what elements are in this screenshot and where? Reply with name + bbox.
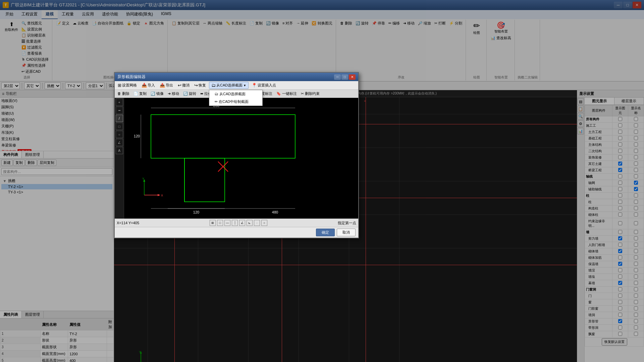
modal-btn-export[interactable]: 📤 导出 bbox=[158, 82, 175, 88]
svg-marker-21 bbox=[158, 194, 160, 196]
modal-btn-set-grid[interactable]: ⊞ 设置网格 bbox=[116, 82, 139, 88]
modal-tbtn-del-constraint[interactable]: ✂ 删除约束 bbox=[300, 90, 321, 97]
svg-text:120: 120 bbox=[134, 134, 140, 138]
modal-tbtn-rotate[interactable]: 🔃 旋转 bbox=[182, 90, 198, 97]
modal-footer: 确定 取消 bbox=[115, 227, 358, 238]
modal-tbtn-move[interactable]: ➜ 移动 bbox=[166, 90, 180, 97]
modal-tbtn-copy[interactable]: 📄 复制 bbox=[132, 90, 148, 97]
svg-rect-7 bbox=[184, 158, 225, 202]
modal-close-button[interactable]: ✕ bbox=[349, 74, 356, 80]
dropdown-menu: 🗂 从CAD选择截面 ✏ 在CAD中绘制截面 bbox=[209, 90, 263, 106]
modal-canvas[interactable]: + ━ / □ ○ ∠ A bbox=[115, 98, 358, 219]
modal-btn-redo[interactable]: ↪ 恢复 bbox=[193, 82, 208, 88]
modal-ribbon: ⊞ 设置网格 📥 导入 📤 导出 ↩ 撤消 ↪ 恢复 🗂 从CAD选择截面 ▼ … bbox=[115, 81, 358, 90]
dropdown-item-cad-select[interactable]: 🗂 从CAD选择截面 bbox=[209, 90, 262, 98]
modal-btn-import[interactable]: 📥 导入 bbox=[140, 82, 157, 88]
modal-min-button[interactable]: ─ bbox=[334, 74, 341, 80]
modal-coord-display: X=114 Y=405 bbox=[117, 221, 139, 225]
modal-canvas-btn-1[interactable]: + bbox=[116, 99, 123, 106]
modal-canvas-btn-4[interactable]: □ bbox=[116, 123, 123, 130]
modal-status-btn-angle[interactable]: ∠ bbox=[239, 220, 245, 226]
modal-status-btn-dash[interactable]: ┆ bbox=[232, 220, 238, 226]
modal-btn-set-insert-point[interactable]: 📍 设置插入点 bbox=[250, 82, 278, 88]
modal-tbtn-delete[interactable]: 🗑 删除 bbox=[116, 90, 131, 97]
modal-cancel-button[interactable]: 取消 bbox=[337, 229, 356, 236]
svg-rect-6 bbox=[151, 115, 295, 158]
svg-text:120: 120 bbox=[193, 210, 199, 214]
modal-status-btn-snap[interactable]: □ bbox=[217, 220, 223, 226]
svg-text:X: X bbox=[161, 194, 163, 197]
modal-titlebar: 异形截面编辑器 ─ □ ✕ bbox=[115, 73, 358, 81]
modal-max-button[interactable]: □ bbox=[341, 74, 348, 80]
modal-canvas-btn-3[interactable]: / bbox=[116, 115, 123, 122]
modal-status-btn-line[interactable]: — bbox=[224, 220, 230, 226]
modal-title: 异形截面编辑器 bbox=[117, 74, 146, 80]
modal-btn-cad-select[interactable]: 🗂 从CAD选择截面 ▼ bbox=[209, 82, 249, 89]
modal-statusbar: X=114 Y=405 ⊞ □ — ┆ ∠ ⊾ · ○ 指定第一点 bbox=[115, 219, 358, 227]
modal-canvas-btn-6[interactable]: ∠ bbox=[116, 139, 123, 146]
modal-status-btn-pt[interactable]: · bbox=[254, 220, 260, 226]
modal-status-btn-misc[interactable]: ⊾ bbox=[247, 220, 253, 226]
modal-canvas-btn-5[interactable]: ○ bbox=[116, 131, 123, 138]
modal-canvas-btn-2[interactable]: ━ bbox=[116, 107, 123, 114]
modal-btn-undo[interactable]: ↩ 撤消 bbox=[176, 82, 191, 88]
modal-tbtn-one-key-mark[interactable]: 🔖 一键标注 bbox=[275, 90, 298, 97]
modal-status-btn-grid[interactable]: ⊞ bbox=[210, 220, 216, 226]
modal-confirm-button[interactable]: 确定 bbox=[316, 229, 335, 236]
svg-text:480: 480 bbox=[272, 210, 278, 214]
svg-text:Y: Y bbox=[142, 177, 144, 180]
dropdown-item-cad-draw[interactable]: ✏ 在CAD中绘制截面 bbox=[209, 98, 262, 106]
modal-status-btn-circle[interactable]: ○ bbox=[261, 220, 267, 226]
modal-overlay[interactable]: 异形截面编辑器 ─ □ ✕ ⊞ 设置网格 📥 导入 📤 导出 ↩ 撤消 ↪ 恢复… bbox=[0, 0, 644, 362]
modal-status-text: 指定第一点 bbox=[338, 221, 356, 226]
modal-dialog: 异形截面编辑器 ─ □ ✕ ⊞ 设置网格 📥 导入 📤 导出 ↩ 撤消 ↪ 恢复… bbox=[114, 72, 359, 238]
modal-tbtn-mirror[interactable]: 🔄 镜像 bbox=[149, 90, 165, 97]
modal-canvas-btn-7[interactable]: A bbox=[116, 147, 123, 154]
